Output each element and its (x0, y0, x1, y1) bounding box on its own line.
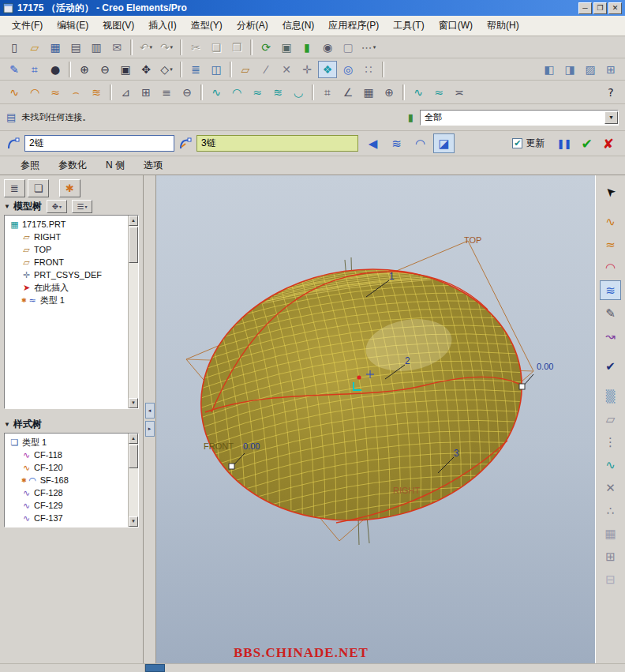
menu-item[interactable]: 视图(V) (95, 17, 141, 35)
curvature-display-icon[interactable]: ◠ (410, 133, 431, 153)
panel-tab-layers-icon[interactable]: ❏ (28, 179, 49, 197)
zoom-in-icon[interactable]: ⊕ (75, 61, 94, 78)
style-offset-icon[interactable]: ≋ (87, 84, 106, 101)
scroll-down-icon[interactable]: ▼ (129, 398, 138, 408)
menu-item[interactable]: 编辑(E) (50, 17, 95, 35)
soft-point-icon[interactable]: ≋ (386, 133, 407, 153)
window-shade-icon[interactable]: ◨ (560, 61, 579, 78)
align-icon[interactable]: ≡ (157, 84, 176, 101)
panel-tab-tree-icon[interactable]: ≣ (4, 179, 25, 197)
link-icon[interactable]: ⊞ (600, 546, 621, 566)
curve-drag-icon[interactable]: ↝ (600, 326, 621, 346)
tree-item[interactable]: ❏类型 1 (5, 436, 128, 449)
dropdown-arrow-icon[interactable]: ▾ (170, 44, 174, 51)
graphics-area[interactable]: TOP FRONT RIGHT 0.00 0.00 1 2 3 BBS.CHIN… (156, 175, 595, 663)
saved-views-icon[interactable]: ◇▾ (157, 61, 176, 78)
context-help-icon[interactable]: ? (601, 84, 620, 101)
tree-item[interactable]: ▦17175.PRT (5, 218, 128, 231)
tree-settings-button[interactable]: ☰▾ (72, 200, 92, 213)
tree-item[interactable]: ▱RIGHT (5, 231, 128, 243)
datum-point-toggle-icon[interactable]: ✕ (277, 61, 296, 78)
scroll-up-icon[interactable]: ▲ (129, 216, 138, 226)
filter-combobox[interactable]: 全部 ▼ (420, 110, 619, 126)
menu-item[interactable]: 造型(Y) (184, 17, 230, 35)
dashboard-tab[interactable]: 选项 (136, 156, 170, 175)
undo-icon[interactable]: ↶▾ (137, 39, 155, 56)
tree-item[interactable]: ✛PRT_CSYS_DEF (5, 268, 128, 281)
dropdown-arrow-icon[interactable]: ▾ (84, 204, 87, 209)
open-file-icon[interactable]: ▱ (25, 39, 44, 56)
print-setup-icon[interactable]: ▥ (87, 39, 106, 56)
sparse-points-icon[interactable]: ∴ (600, 501, 621, 520)
status-gauge-icon[interactable]: ▮ (298, 39, 316, 56)
scroll-down-icon[interactable]: ▼ (129, 516, 138, 527)
horizontal-scrollbar-thumb[interactable] (145, 664, 165, 672)
curve-edit-icon[interactable]: ✎ (600, 303, 621, 323)
annotation-toggle-icon[interactable]: ◎ (339, 61, 357, 78)
menu-item[interactable]: 工具(T) (386, 17, 431, 35)
zoom-out-icon[interactable]: ⊖ (95, 61, 114, 78)
style-arc-icon[interactable]: ≈ (46, 84, 65, 101)
remove-icon[interactable]: ⊖ (178, 84, 196, 101)
mesh-grid-icon[interactable]: ▦ (600, 524, 621, 543)
dropdown-arrow-icon[interactable]: ▾ (59, 204, 62, 209)
csys-toggle-icon[interactable]: ✛ (298, 61, 316, 78)
surface-trim-icon[interactable]: ⊿ (116, 84, 135, 101)
confirm-button[interactable]: ✔ (582, 136, 593, 152)
menu-item[interactable]: 信息(N) (275, 17, 322, 35)
dropdown-arrow-icon[interactable]: ▾ (373, 44, 376, 51)
maximize-button[interactable]: ❐ (593, 2, 607, 14)
sketcher-icon[interactable]: ✎ (5, 61, 24, 78)
search-binoculars-icon[interactable]: ◉ (318, 39, 337, 56)
title-bar[interactable]: 17175 （活动的） - Creo Elements/Pro ─ ❐ ✕ (0, 0, 625, 16)
combo-arrow-icon[interactable]: ▼ (604, 111, 618, 124)
menu-item[interactable]: 插入(I) (141, 17, 183, 35)
toolbar-options-icon[interactable]: ⋯▾ (359, 39, 378, 56)
tree-item[interactable]: ∿CF-129 (5, 499, 128, 512)
message-log-icon[interactable]: ▤ (6, 111, 16, 123)
plane-icon[interactable]: ▱ (600, 409, 621, 429)
select-arrow-icon[interactable]: ➤ (600, 182, 621, 201)
analysis-curve-icon[interactable]: ∿ (207, 84, 226, 101)
spin-center-icon[interactable]: ❖ (318, 61, 337, 78)
cross-points-icon[interactable]: ✕ (600, 478, 621, 497)
tree-item[interactable]: ▱TOP (5, 243, 128, 256)
snap-grid-icon[interactable]: ∷ (359, 61, 378, 78)
dim-angle-icon[interactable]: ∠ (339, 84, 357, 101)
dropdown-arrow-icon[interactable]: ▾ (150, 44, 153, 51)
dashboard-tab[interactable]: 参数化 (51, 156, 95, 175)
window-tile-icon[interactable]: ◧ (540, 61, 559, 78)
collapse-triangle-icon[interactable]: ▼ (4, 203, 10, 210)
dashed-line-icon[interactable]: ⋮ (600, 432, 621, 452)
collapse-triangle-icon[interactable]: ▼ (4, 421, 10, 428)
cut-icon[interactable]: ✂ (186, 39, 205, 56)
broken-link-icon[interactable]: ⊟ (600, 569, 621, 589)
scrollbar-thumb[interactable] (129, 227, 138, 263)
collapse-left-icon[interactable]: ◂ (145, 403, 155, 419)
style-drop-curve-icon[interactable]: ⌢ (66, 84, 85, 101)
tree-item[interactable]: ∿CF-128 (5, 486, 128, 499)
analysis-reflect-icon[interactable]: ≋ (268, 84, 287, 101)
menu-item[interactable]: 分析(A) (230, 17, 275, 35)
select-filter-icon[interactable]: ▢ (339, 39, 357, 56)
menu-item[interactable]: 文件(F) (5, 17, 50, 35)
copy-icon[interactable]: ❏ (207, 39, 226, 56)
analysis-surface-icon[interactable]: ◡ (289, 84, 308, 101)
scrollbar-thumb[interactable] (129, 445, 138, 468)
dim-align-icon[interactable]: ⌗ (318, 84, 337, 101)
panel-tab-favorites-icon[interactable]: ✱ (59, 179, 80, 197)
dotted-region-icon[interactable]: ▒ (600, 386, 621, 406)
menu-item[interactable]: 应用程序(P) (321, 17, 386, 35)
chain-2-input[interactable] (196, 135, 358, 152)
dashboard-tab[interactable]: 参照 (13, 156, 47, 175)
style-curve-icon[interactable]: ∿ (5, 84, 24, 101)
shaded-display-icon[interactable]: ● (46, 61, 65, 78)
minimize-button[interactable]: ─ (578, 2, 592, 14)
model-display-icon[interactable]: ▣ (277, 39, 296, 56)
datum-axis-toggle-icon[interactable]: ⁄ (256, 61, 275, 78)
panel-splitter[interactable]: ◂ ▸ (144, 175, 156, 663)
surface-merge-icon[interactable]: ⊞ (137, 84, 155, 101)
dashboard-tab[interactable]: N 侧 (98, 156, 133, 175)
chain-1-input[interactable] (24, 135, 174, 152)
compare-icon[interactable]: ≍ (450, 84, 469, 101)
